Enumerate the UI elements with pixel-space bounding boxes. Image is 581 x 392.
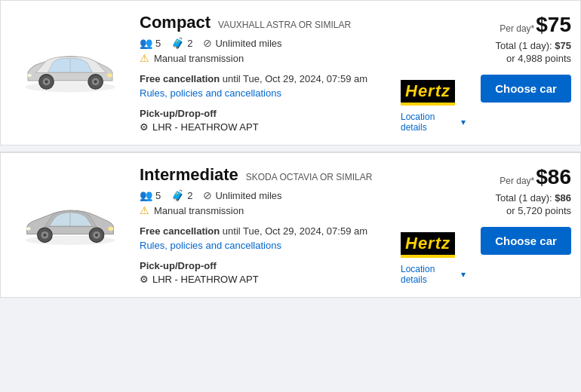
svg-point-19 [95,234,98,237]
total-price: $75 [555,40,571,51]
bag-feature: 🧳 2 [171,37,192,49]
total-row: Total (1 day): $86 [496,192,571,204]
car-title: Intermediate [140,165,238,184]
cancellation-date: until Tue, Oct 29, 2024, 07:59 am [223,225,367,237]
car-title-row: Compact VAUXHALL ASTRA or similar [140,13,389,32]
miles-text: Unlimited miles [215,38,281,49]
location-details-link[interactable]: Location details ▾ [401,112,466,133]
cancellation-label: Free cancellation [140,73,220,84]
brand-section-compact: Hertz Location details ▾ [398,13,466,133]
car-features: 👥 5 🧳 2 ⊘ Unlimited miles [140,189,389,201]
svg-point-8 [107,73,112,78]
per-day-label: Per day* [500,176,534,186]
car-image-compact [10,13,131,133]
passenger-icon: 👥 [140,37,152,49]
bag-icon: 🧳 [171,189,184,201]
cancellation-row: Free cancellation until Tue, Oct 29, 202… [140,225,389,237]
points-text: or 5,720 points [506,205,571,216]
pricing-section-intermediate: Per day* $86 Total (1 day): $86 or 5,720… [466,165,571,285]
svg-point-4 [45,80,48,83]
miles-icon: ⊘ [203,37,212,49]
pickup-label: Pick-up/Drop-off [140,108,389,119]
location-details-text: Location details [401,112,459,133]
points-text: or 4,988 points [506,53,571,64]
transmission-row: ⚠ Manual transmission [140,204,389,216]
transmission-row: ⚠ Manual transmission [140,52,389,64]
passenger-icon: 👥 [140,189,152,201]
hertz-underline [401,103,455,106]
bag-icon: 🧳 [171,37,184,49]
passenger-count: 5 [155,38,161,49]
passenger-feature: 👥 5 [140,37,161,49]
hertz-underline [401,255,455,258]
hertz-text: Hertz [401,80,455,103]
passenger-count: 5 [155,190,161,201]
per-day-price: $86 [536,165,571,189]
bag-feature: 🧳 2 [171,189,192,201]
per-day-label: Per day* [500,23,534,34]
total-price: $86 [555,192,571,204]
location-details-link[interactable]: Location details ▾ [401,264,466,285]
miles-icon: ⊘ [203,189,212,201]
car-subtitle: SKODA OCTAVIA or similar [246,172,373,182]
bag-count: 2 [187,190,192,201]
transmission-text: Manual transmission [154,205,244,216]
points-row: or 4,988 points [506,53,571,64]
warning-icon: ⚠ [140,204,149,216]
location-text: LHR - HEATHROW APT [152,274,259,285]
per-day-row: Per day* $75 [500,13,571,37]
transmission-text: Manual transmission [154,53,244,64]
cancellation-label: Free cancellation [140,225,220,237]
warning-icon: ⚠ [140,52,149,64]
passenger-feature: 👥 5 [140,189,161,201]
car-title: Compact [140,13,211,32]
svg-point-9 [27,74,32,77]
car-card-compact: Compact VAUXHALL ASTRA or similar 👥 5 🧳 … [0,0,581,145]
pricing-section-compact: Per day* $75 Total (1 day): $75 or 4,988… [466,13,571,133]
choose-car-button[interactable]: Choose car [481,227,571,255]
cancellation-date: until Tue, Oct 29, 2024, 07:59 am [223,73,367,84]
bag-count: 2 [187,38,192,49]
per-day-row: Per day* $86 [500,165,571,189]
total-label: Total (1 day): [496,192,552,204]
car-title-row: Intermediate SKODA OCTAVIA or similar [140,165,389,185]
miles-text: Unlimited miles [215,190,281,201]
choose-car-button[interactable]: Choose car [481,75,571,103]
svg-point-16 [43,234,46,237]
rules-link[interactable]: Rules, policies and cancellations [140,87,389,99]
pickup-label: Pick-up/Drop-off [140,260,389,271]
car-features: 👥 5 🧳 2 ⊘ Unlimited miles [140,37,389,49]
car-card-intermediate: Intermediate SKODA OCTAVIA or similar 👥 … [0,152,581,298]
location-icon: ⚙ [140,121,149,133]
svg-point-7 [94,80,97,83]
svg-point-21 [26,227,31,230]
brand-section-intermediate: Hertz Location details ▾ [398,165,466,285]
rules-link[interactable]: Rules, policies and cancellations [140,240,389,251]
points-row: or 5,720 points [506,205,571,216]
pickup-location: ⚙ LHR - HEATHROW APT [140,274,389,285]
car-details-intermediate: Intermediate SKODA OCTAVIA or similar 👥 … [131,165,398,285]
hertz-logo: Hertz [401,232,455,258]
miles-feature: ⊘ Unlimited miles [203,189,281,201]
total-label: Total (1 day): [496,40,552,51]
svg-point-20 [108,227,113,231]
hertz-logo: Hertz [401,80,455,106]
miles-feature: ⊘ Unlimited miles [203,37,281,49]
total-row: Total (1 day): $75 [496,40,571,51]
hertz-text: Hertz [401,232,455,255]
location-text: LHR - HEATHROW APT [152,121,259,133]
car-image-intermediate [10,165,131,285]
per-day-price: $75 [536,13,571,37]
location-details-text: Location details [401,264,459,285]
pickup-location: ⚙ LHR - HEATHROW APT [140,121,389,133]
car-details-compact: Compact VAUXHALL ASTRA or similar 👥 5 🧳 … [131,13,398,133]
car-subtitle: VAUXHALL ASTRA or similar [218,20,351,30]
location-icon: ⚙ [140,274,149,285]
cancellation-row: Free cancellation until Tue, Oct 29, 202… [140,73,389,84]
